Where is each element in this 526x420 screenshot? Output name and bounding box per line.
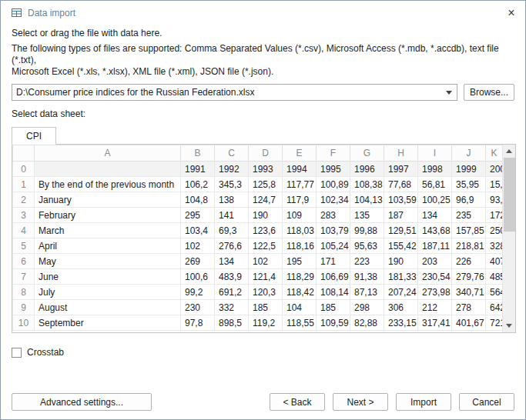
scrollbar-thumb[interactable]: [504, 158, 515, 232]
grid-cell[interactable]: 483,9: [215, 269, 249, 285]
grid-col-header-a[interactable]: A: [35, 145, 181, 162]
grid-cell[interactable]: [35, 162, 181, 177]
grid-col-header-g[interactable]: G: [350, 145, 384, 162]
browse-button[interactable]: Browse...: [464, 84, 514, 101]
grid-cell[interactable]: 97,8: [181, 315, 215, 331]
grid-cell[interactable]: 100,89: [317, 177, 350, 192]
grid-cell[interactable]: 898,5: [215, 315, 249, 331]
grid-row-header-1[interactable]: 1: [13, 177, 35, 192]
grid-cell[interactable]: 230,54: [418, 269, 452, 285]
grid-cell[interactable]: February: [35, 208, 181, 223]
grid-cell[interactable]: By the end of the previous month: [35, 177, 181, 192]
grid-cell[interactable]: 124,7: [249, 192, 283, 208]
grid-row-header-2[interactable]: 2: [13, 192, 35, 208]
grid-cell[interactable]: 117,9: [283, 192, 317, 208]
grid-col-header-c[interactable]: C: [215, 145, 249, 162]
grid-cell[interactable]: 105,24: [317, 238, 350, 254]
grid-cell[interactable]: 2000: [486, 162, 503, 177]
grid-cell[interactable]: May: [35, 254, 181, 269]
grid-cell[interactable]: 103,79: [317, 223, 350, 238]
grid-cell[interactable]: 642: [486, 300, 503, 315]
grid-cell[interactable]: 82,88: [350, 315, 384, 331]
grid-cell[interactable]: 1996: [350, 162, 384, 177]
grid-cell[interactable]: 233,15: [384, 315, 418, 331]
grid-cell[interactable]: 108,38: [350, 177, 384, 192]
combobox-dropdown-icon[interactable]: [441, 85, 457, 100]
grid-col-header-b[interactable]: B: [181, 145, 215, 162]
grid-cell[interactable]: April: [35, 238, 181, 254]
tab-cpi[interactable]: CPI: [12, 127, 56, 145]
grid-cell[interactable]: 223: [350, 254, 384, 269]
grid-cell[interactable]: 143,68: [418, 223, 452, 238]
grid-cell[interactable]: 104: [283, 300, 317, 315]
grid-cell[interactable]: 181,33: [384, 269, 418, 285]
grid-row-header-8[interactable]: 8: [13, 285, 35, 300]
grid-cell[interactable]: 118,03: [283, 223, 317, 238]
grid-corner[interactable]: [13, 145, 35, 162]
grid-cell[interactable]: September: [35, 315, 181, 331]
next-button[interactable]: Next >: [333, 393, 388, 411]
grid-cell[interactable]: 35,95: [452, 177, 486, 192]
grid-cell[interactable]: 564,: [486, 285, 503, 300]
grid-cell[interactable]: 99,88: [350, 223, 384, 238]
scroll-down-icon[interactable]: [503, 319, 515, 332]
grid-cell[interactable]: 1991: [181, 162, 215, 177]
grid-cell[interactable]: 129,51: [384, 223, 418, 238]
grid-cell[interactable]: 119,2: [249, 315, 283, 331]
grid-cell[interactable]: 135: [350, 208, 384, 223]
import-button[interactable]: Import: [396, 393, 451, 411]
grid-cell[interactable]: 279,76: [452, 269, 486, 285]
scroll-up-icon[interactable]: [503, 145, 515, 158]
grid-cell[interactable]: 485,: [486, 269, 503, 285]
grid-cell[interactable]: 125,8: [249, 177, 283, 192]
grid-cell[interactable]: 203: [418, 254, 452, 269]
grid-cell[interactable]: 276,6: [215, 238, 249, 254]
grid-cell[interactable]: 109: [283, 208, 317, 223]
grid-cell[interactable]: 118,42: [283, 285, 317, 300]
grid-cell[interactable]: 123,6: [249, 223, 283, 238]
grid-cell[interactable]: 69,3: [215, 223, 249, 238]
grid-col-header-k[interactable]: K: [486, 145, 503, 162]
grid-cell[interactable]: 138: [215, 192, 249, 208]
grid-row-header-10[interactable]: 10: [13, 315, 35, 331]
grid-cell[interactable]: 102: [181, 238, 215, 254]
grid-cell[interactable]: 104,13: [350, 192, 384, 208]
grid-cell[interactable]: 15,0: [486, 177, 503, 192]
grid-cell[interactable]: 99,2: [181, 285, 215, 300]
grid-cell[interactable]: 317,41: [418, 315, 452, 331]
grid-cell[interactable]: 7217: [486, 315, 503, 331]
grid-cell[interactable]: 77,68: [384, 177, 418, 192]
grid-cell[interactable]: 278: [452, 300, 486, 315]
grid-row-header-5[interactable]: 5: [13, 238, 35, 254]
grid-cell[interactable]: 102,34: [317, 192, 350, 208]
grid-cell[interactable]: 91,38: [350, 269, 384, 285]
grid-cell[interactable]: 118,29: [283, 269, 317, 285]
grid-cell[interactable]: 407,: [486, 254, 503, 269]
grid-row-header-4[interactable]: 4: [13, 223, 35, 238]
grid-cell[interactable]: 104,8: [181, 192, 215, 208]
grid-row-header-0[interactable]: 0: [13, 162, 35, 177]
grid-cell[interactable]: 401,67: [452, 315, 486, 331]
scrollbar-track[interactable]: [503, 158, 515, 319]
grid-cell[interactable]: 273,98: [418, 285, 452, 300]
grid-cell[interactable]: 117,77: [283, 177, 317, 192]
grid-cell[interactable]: 226: [452, 254, 486, 269]
grid-cell[interactable]: 118,16: [283, 238, 317, 254]
grid-cell[interactable]: 185: [317, 300, 350, 315]
grid-cell[interactable]: 190: [384, 254, 418, 269]
grid-cell[interactable]: 1999: [452, 162, 486, 177]
grid-cell[interactable]: 332: [215, 300, 249, 315]
grid-cell[interactable]: 328,: [486, 238, 503, 254]
grid-cell[interactable]: 230: [181, 300, 215, 315]
grid-cell[interactable]: 106,69: [317, 269, 350, 285]
grid-cell[interactable]: 100,25: [418, 192, 452, 208]
grid-cell[interactable]: 171: [317, 254, 350, 269]
grid-cell[interactable]: 345,3: [215, 177, 249, 192]
grid-cell[interactable]: 306: [384, 300, 418, 315]
grid-cell[interactable]: 212: [418, 300, 452, 315]
close-icon[interactable]: ×: [498, 1, 525, 25]
grid-col-header-f[interactable]: F: [317, 145, 350, 162]
grid-cell[interactable]: 1997: [384, 162, 418, 177]
cancel-button[interactable]: Cancel: [459, 393, 514, 411]
grid-cell[interactable]: 122,5: [249, 238, 283, 254]
